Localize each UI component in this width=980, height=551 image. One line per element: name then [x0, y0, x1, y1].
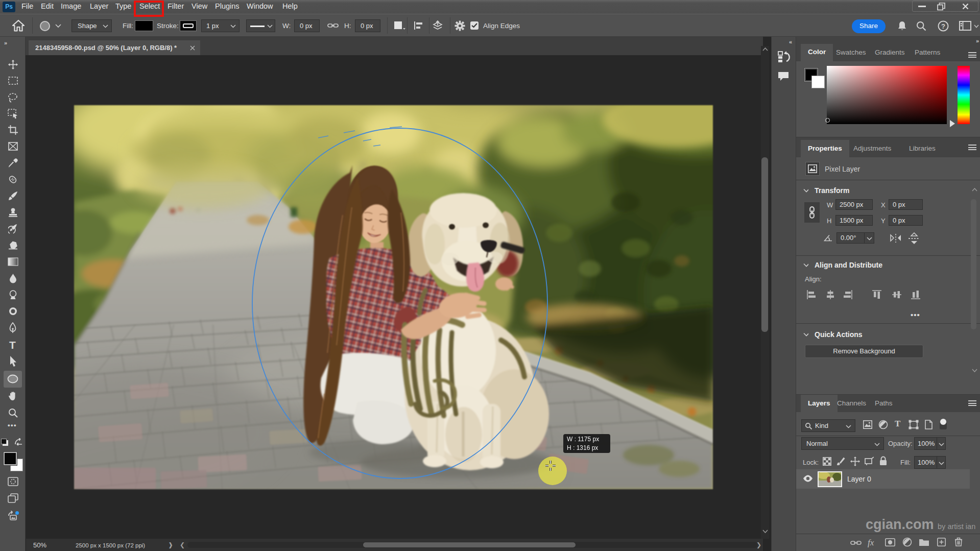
- svg-text:?: ?: [941, 22, 945, 30]
